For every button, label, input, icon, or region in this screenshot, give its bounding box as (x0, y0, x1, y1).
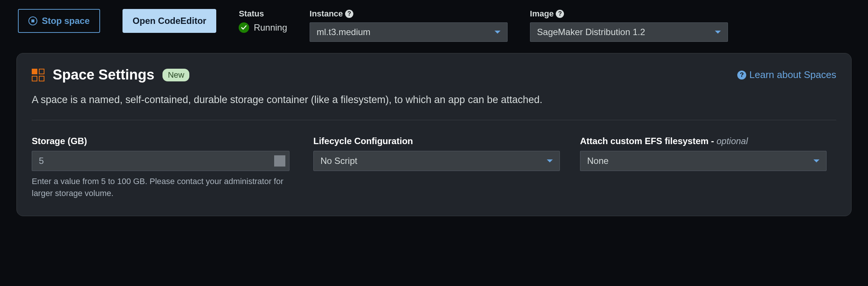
lifecycle-value: No Script (320, 156, 357, 166)
lifecycle-select[interactable]: No Script (313, 151, 560, 171)
space-settings-panel: Space Settings New ? Learn about Spaces … (16, 53, 852, 216)
instance-value: ml.t3.medium (317, 27, 371, 37)
status-label: Status (239, 9, 287, 19)
image-value: SageMaker Distribution 1.2 (537, 27, 645, 37)
efs-field: Attach custom EFS filesystem - optional … (580, 136, 827, 199)
image-group: Image ? SageMaker Distribution 1.2 (530, 9, 728, 42)
efs-select[interactable]: None (580, 151, 827, 171)
chevron-down-icon (813, 159, 819, 162)
image-label: Image ? (530, 9, 728, 19)
check-circle-icon (239, 22, 249, 33)
instance-select[interactable]: ml.t3.medium (310, 22, 508, 42)
open-codeeditor-label: Open CodeEditor (133, 16, 206, 26)
storage-field: Storage (GB) 5 Enter a value from 5 to 1… (32, 136, 293, 199)
topbar: Stop space Open CodeEditor Status Runnin… (0, 0, 868, 53)
learn-about-spaces-link[interactable]: ? Learn about Spaces (737, 69, 836, 81)
stop-space-label: Stop space (42, 16, 90, 26)
status-value: Running (254, 22, 287, 33)
chevron-down-icon (495, 31, 500, 34)
chevron-down-icon (547, 159, 553, 162)
panel-title: Space Settings (53, 67, 154, 83)
status-group: Status Running (239, 9, 287, 33)
storage-helper: Enter a value from 5 to 100 GB. Please c… (32, 175, 293, 199)
panel-header: Space Settings New ? Learn about Spaces (32, 67, 836, 83)
lifecycle-field: Lifecycle Configuration No Script (313, 136, 560, 199)
storage-value: 5 (39, 156, 44, 166)
status-row: Running (239, 22, 287, 33)
stop-space-button[interactable]: Stop space (18, 9, 100, 33)
form-row: Storage (GB) 5 Enter a value from 5 to 1… (32, 136, 836, 199)
image-select[interactable]: SageMaker Distribution 1.2 (530, 22, 728, 42)
divider (32, 120, 836, 120)
panel-description: A space is a named, self-contained, dura… (32, 94, 836, 106)
open-codeeditor-button[interactable]: Open CodeEditor (123, 9, 216, 33)
storage-label: Storage (GB) (32, 136, 293, 146)
learn-link-label: Learn about Spaces (749, 69, 836, 81)
new-badge: New (162, 69, 189, 81)
storage-input[interactable]: 5 (32, 151, 289, 171)
help-icon: ? (737, 71, 746, 80)
instance-label: Instance ? (310, 9, 508, 19)
help-icon[interactable]: ? (345, 10, 353, 18)
panel-header-left: Space Settings New (32, 67, 189, 83)
stop-icon (28, 16, 37, 25)
efs-label: Attach custom EFS filesystem - optional (580, 136, 827, 146)
stepper-icon[interactable] (274, 155, 285, 167)
grid-icon (32, 69, 44, 81)
lifecycle-label: Lifecycle Configuration (313, 136, 560, 146)
efs-value: None (587, 156, 608, 166)
instance-group: Instance ? ml.t3.medium (310, 9, 508, 42)
help-icon[interactable]: ? (556, 10, 564, 18)
chevron-down-icon (715, 31, 721, 34)
